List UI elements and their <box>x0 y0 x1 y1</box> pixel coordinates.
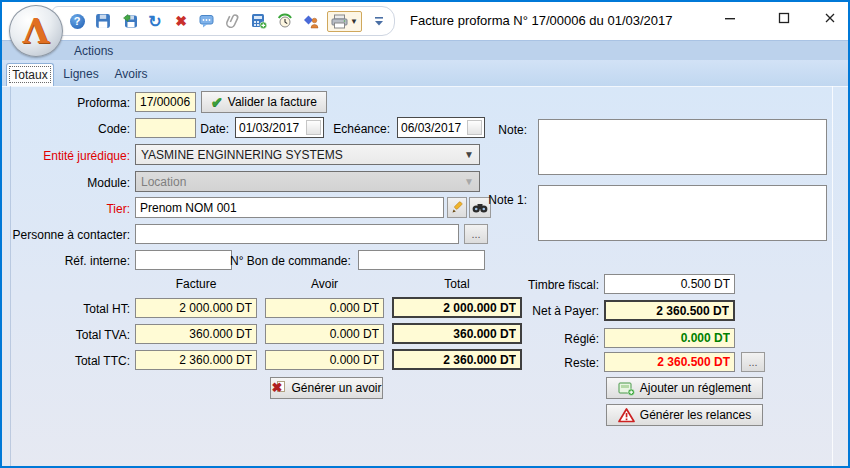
personne-browse-button[interactable]: ... <box>464 224 488 244</box>
generer-avoir-label: Générer un avoir <box>291 381 381 395</box>
date-label: Date: <box>162 119 229 139</box>
quick-access-toolbar: ? ↻ ✖ <box>52 6 395 36</box>
history-icon[interactable] <box>275 11 295 31</box>
note1-label: Note 1: <box>452 190 527 210</box>
total-ttc-label: Total TTC: <box>2 351 130 371</box>
comment-icon[interactable] <box>197 11 217 31</box>
regle-input[interactable] <box>604 328 735 348</box>
module-value: Location <box>141 175 186 189</box>
payment-add-icon <box>618 381 635 396</box>
help-icon[interactable]: ? <box>67 11 87 31</box>
refresh-icon[interactable]: ↻ <box>145 11 165 31</box>
calculator-add-icon[interactable] <box>249 11 269 31</box>
note1-textarea[interactable] <box>538 185 827 241</box>
tier-input[interactable] <box>135 197 444 218</box>
net-a-payer-input[interactable] <box>604 300 735 321</box>
check-icon: ✔ <box>211 94 223 110</box>
generer-relances-label: Générer les relances <box>640 408 751 422</box>
tab-avoirs[interactable]: Avoirs <box>108 63 154 86</box>
personne-label: Personne à contacter: <box>2 225 130 245</box>
app-window: Facture proforma N° 17/00006 du 01/03/20… <box>0 0 850 468</box>
print-icon[interactable]: ▼ <box>327 11 362 32</box>
note-label: Note: <box>452 120 527 140</box>
personne-input[interactable] <box>135 224 459 244</box>
menu-actions[interactable]: Actions <box>68 41 119 61</box>
note-textarea[interactable] <box>538 119 827 175</box>
valider-facture-button[interactable]: ✔ Valider la facture <box>201 91 327 113</box>
window-title: Facture proforma N° 17/00006 du 01/03/20… <box>410 2 672 40</box>
proforma-input[interactable] <box>135 92 196 112</box>
entite-select[interactable]: YASMINE ENGINNERING SYSTEMS ▼ <box>135 144 480 165</box>
right-pane-border <box>832 86 833 468</box>
ajouter-reglement-label: Ajouter un réglement <box>640 381 751 395</box>
column-header-facture: Facture <box>135 277 257 291</box>
total-ht-avoir[interactable] <box>265 298 384 318</box>
column-header-avoir: Avoir <box>265 277 384 291</box>
toolbar-overflow-icon[interactable] <box>372 15 386 28</box>
menu-bar: Actions <box>2 40 848 60</box>
date-input[interactable] <box>236 121 304 135</box>
delete-icon[interactable]: ✖ <box>171 11 191 31</box>
module-label: Module: <box>2 173 130 193</box>
echeance-label: Echéance: <box>322 119 390 139</box>
timbre-fiscal-label: Timbre fiscal: <box>472 275 599 295</box>
generer-avoir-button[interactable]: ✖ Générer un avoir <box>270 377 383 399</box>
total-tva-facture[interactable] <box>135 324 257 344</box>
timbre-fiscal-input[interactable] <box>604 274 735 294</box>
bon-commande-input[interactable] <box>358 250 485 270</box>
total-ttc-facture[interactable] <box>135 350 257 370</box>
chevron-down-icon: ▼ <box>464 176 474 187</box>
proforma-label: Proforma: <box>2 93 130 113</box>
attachment-icon[interactable] <box>220 8 247 35</box>
total-ht-label: Total HT: <box>2 299 130 319</box>
total-tva-label: Total TVA: <box>2 325 130 345</box>
total-ttc-avoir[interactable] <box>265 350 384 370</box>
ref-interne-input[interactable] <box>135 250 232 270</box>
cancel-document-icon: ✖ <box>271 381 286 395</box>
date-picker-icon[interactable] <box>306 120 321 135</box>
reste-label: Reste: <box>472 353 599 373</box>
left-pane-border <box>10 86 11 468</box>
net-a-payer-label: Net à Payer: <box>472 301 599 321</box>
tab-strip: Totaux Lignes Avoirs <box>2 60 848 86</box>
total-ht-facture[interactable] <box>135 298 257 318</box>
valider-facture-label: Valider la facture <box>228 95 317 109</box>
chevron-down-icon: ▼ <box>464 149 474 160</box>
entite-label: Entité jurédique: <box>2 146 130 166</box>
total-tva-avoir[interactable] <box>265 324 384 344</box>
app-logo-icon: Λ <box>9 5 63 57</box>
ref-interne-label: Réf. interne: <box>2 251 130 271</box>
regle-label: Réglé: <box>472 329 599 349</box>
contacts-icon[interactable] <box>301 11 321 31</box>
minimize-icon[interactable] <box>712 2 748 34</box>
generer-relances-button[interactable]: Générer les relances <box>606 404 763 426</box>
reste-input[interactable] <box>604 352 735 372</box>
tab-totaux[interactable]: Totaux <box>6 63 54 86</box>
print-dropdown-caret[interactable]: ▼ <box>350 17 358 26</box>
warning-icon <box>618 408 635 423</box>
code-label: Code: <box>2 119 130 139</box>
bon-commande-label: N° Bon de commande: <box>230 251 350 271</box>
ajouter-reglement-button[interactable]: Ajouter un réglement <box>606 377 763 399</box>
date-field[interactable] <box>235 117 324 138</box>
module-select: Location ▼ <box>135 171 480 192</box>
tier-label: Tier: <box>2 199 130 219</box>
maximize-icon[interactable] <box>766 2 802 34</box>
save-icon[interactable] <box>93 11 113 31</box>
close-icon[interactable] <box>812 2 848 34</box>
entite-value: YASMINE ENGINNERING SYSTEMS <box>141 148 343 162</box>
tab-lignes[interactable]: Lignes <box>58 63 104 86</box>
save-as-icon[interactable] <box>119 11 139 31</box>
reste-browse-button[interactable]: ... <box>741 352 765 372</box>
